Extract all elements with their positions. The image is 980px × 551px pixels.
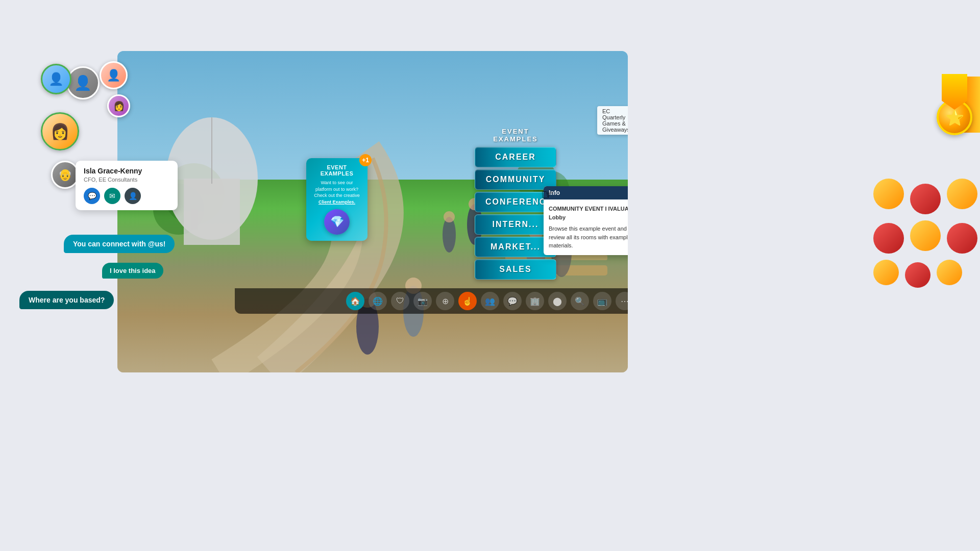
event-examples-panel[interactable]: EVENT EXAMPLES Want to see our platform … bbox=[306, 158, 368, 241]
nav-pointer[interactable]: ☝ bbox=[458, 292, 477, 310]
user-profile-card: Isla Grace-Kenny CFO, EE Consultants 💬 ✉… bbox=[76, 161, 178, 210]
avatar-5[interactable]: 👴 bbox=[51, 161, 79, 189]
email-button[interactable]: ✉ bbox=[104, 188, 120, 204]
chat-bubble-2: I love this idea bbox=[102, 263, 163, 279]
deco-circle-yellow-1 bbox=[873, 179, 904, 209]
profile-button[interactable]: 👤 bbox=[125, 188, 141, 204]
virtual-scene: EC Quarterly Games & Giveaways EVENT EXA… bbox=[117, 51, 628, 372]
deco-circle-yellow-3 bbox=[910, 220, 941, 251]
avatar-3[interactable]: 👤 bbox=[100, 61, 128, 89]
avatar-7[interactable]: 👩 bbox=[107, 94, 130, 117]
nav-people[interactable]: 👥 bbox=[481, 292, 499, 310]
info-tooltip: Info COMMUNITY EVENT I IVALUA: Lobby Bro… bbox=[544, 186, 628, 255]
decorative-circles bbox=[873, 179, 977, 294]
user-name: Isla Grace-Kenny bbox=[84, 167, 169, 175]
cursor-pointer: ☞ bbox=[541, 186, 554, 203]
tooltip-description: Browse this example event and review all… bbox=[549, 224, 628, 250]
nav-home[interactable]: 🏠 bbox=[346, 292, 364, 310]
panel-icon: 💎 +1 bbox=[324, 209, 350, 235]
chat-bubble-1: You can connect with @us! bbox=[64, 235, 175, 253]
nav-search[interactable]: 🔍 bbox=[571, 292, 589, 310]
panel-body: Want to see our platform out to work? Ch… bbox=[312, 180, 361, 205]
nav-chat[interactable]: 💬 bbox=[503, 292, 522, 310]
user-title: CFO, EE Consultants bbox=[84, 177, 169, 183]
nav-building[interactable]: 🏢 bbox=[526, 292, 544, 310]
career-button[interactable]: CAREER bbox=[475, 147, 556, 167]
deco-circle-yellow-4 bbox=[873, 260, 899, 285]
deco-circle-yellow-5 bbox=[937, 260, 962, 285]
gold-ribbon: ⭐ bbox=[937, 74, 972, 135]
chat-bubble-3: Where are you based? bbox=[19, 291, 114, 309]
tooltip-header: Info bbox=[544, 186, 628, 199]
bottom-navigation: 🏠 🌐 🛡 📷 ⊕ ☝ 👥 💬 🏢 ⬤ 🔍 📺 ⋯ bbox=[235, 288, 628, 314]
event-menu-title: EVENT EXAMPLES bbox=[475, 128, 556, 143]
tooltip-title: COMMUNITY EVENT I IVALUA: Lobby bbox=[549, 205, 628, 221]
panel-title: EVENT EXAMPLES bbox=[312, 164, 361, 177]
deco-circle-yellow-2 bbox=[947, 179, 977, 209]
deco-circle-red-1 bbox=[910, 184, 941, 214]
deco-circle-red-4 bbox=[905, 262, 930, 288]
nav-globe[interactable]: 🌐 bbox=[369, 292, 387, 310]
nav-shield[interactable]: 🛡 bbox=[391, 292, 409, 310]
avatar-2[interactable]: 👤 bbox=[41, 64, 71, 94]
sales-button[interactable]: SALES bbox=[475, 259, 556, 280]
message-button[interactable]: 💬 bbox=[84, 188, 100, 204]
user-actions: 💬 ✉ 👤 bbox=[84, 188, 169, 204]
deco-circle-red-2 bbox=[873, 223, 904, 254]
nav-camera[interactable]: 📷 bbox=[413, 292, 432, 310]
nav-plus[interactable]: ⊕ bbox=[436, 292, 454, 310]
ec-quarterly-tag[interactable]: EC Quarterly Games & Giveaways bbox=[597, 106, 628, 135]
avatar-4[interactable]: 👩 bbox=[41, 112, 79, 151]
nav-more[interactable]: ⋯ bbox=[616, 292, 628, 310]
avatar-1[interactable]: 👤 bbox=[66, 66, 100, 99]
nav-dot[interactable]: ⬤ bbox=[548, 292, 567, 310]
deco-circle-red-3 bbox=[947, 223, 977, 254]
nav-screen[interactable]: 📺 bbox=[593, 292, 611, 310]
tooltip-body: COMMUNITY EVENT I IVALUA: Lobby Browse t… bbox=[544, 199, 628, 255]
